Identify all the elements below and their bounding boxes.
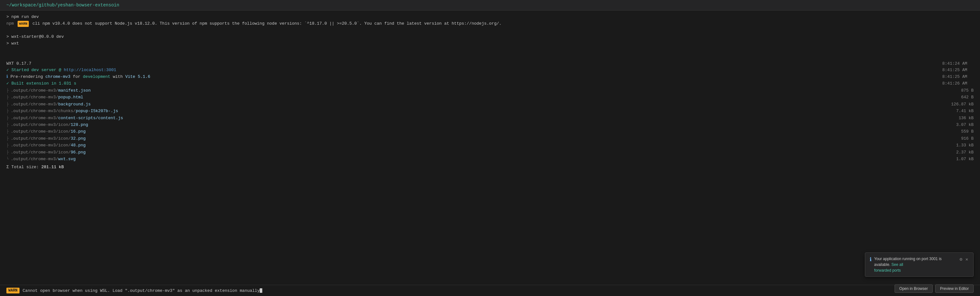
wxt-line: > wxt <box>6 40 974 47</box>
file-item-2: ├ .output/chrome-mv3/popup.html 642 B <box>6 94 974 101</box>
timestamp-1: 8:41:24 AM <box>942 61 967 67</box>
gear-icon[interactable]: ⚙ <box>959 256 963 263</box>
timestamp-2: 8:41:25 AM <box>942 67 967 74</box>
file-item-9: ├ .output/chrome-mv3/icon/48.png 1.33 kB <box>6 142 974 149</box>
dev-server-line: ✓ Started dev server @ http://localhost:… <box>6 67 974 74</box>
file-item-3: ├ .output/chrome-mv3/background.js 126.8… <box>6 101 974 108</box>
command-line-1: > npm run dev <box>6 14 974 21</box>
warn-line-1: npm WARN cli npm v10.4.0 does not suppor… <box>6 21 974 27</box>
open-in-browser-button[interactable]: Open in Browser <box>895 285 933 293</box>
warn-bottom-badge: WARN <box>6 288 19 293</box>
total-size-line: Σ Total size: 281.11 kB <box>6 164 974 171</box>
built-extension-line: ✓ Built extension in 1.031 s 8:41:26 AM <box>6 80 974 87</box>
timestamp-3: 8:41:25 AM <box>942 74 967 80</box>
warn-bottom-message: Cannot open browser when using WSL. Load… <box>23 288 260 293</box>
file-item-1: ├ .output/chrome-mv3/manifest.json 875 B <box>6 87 974 94</box>
terminal-container: ~/workspace/github/yeshan-bowser-extenso… <box>0 0 980 296</box>
file-item-4: ├ .output/chrome-mv3/chunks/popup-I5k207… <box>6 108 974 114</box>
preview-in-editor-button[interactable]: Preview in Editor <box>935 285 974 293</box>
bottom-buttons: Open in Browser Preview in Editor <box>895 285 974 293</box>
notification-main-text: Your application running on port 3001 is… <box>874 257 942 267</box>
file-list: ├ .output/chrome-mv3/manifest.json 875 B… <box>6 87 974 163</box>
timestamp-4: 8:41:26 AM <box>942 80 967 87</box>
prerender-line: ℹ Pre-rendering chrome-mv3 for developme… <box>6 74 974 80</box>
empty-line-1 <box>6 27 974 34</box>
terminal-cursor <box>260 288 262 293</box>
empty-line-3 <box>6 54 974 61</box>
info-icon: ℹ <box>870 256 872 263</box>
close-icon[interactable]: ✕ <box>965 256 969 263</box>
bottom-bar: WARN Cannot open browser when using WSL.… <box>0 285 980 296</box>
workspace-path: ~/workspace/github/yeshan-bowser-extenso… <box>6 3 119 8</box>
file-item-8: ├ .output/chrome-mv3/icon/32.png 916 B <box>6 135 974 142</box>
file-item-10: ├ .output/chrome-mv3/icon/96.png 2.37 kB <box>6 149 974 156</box>
wxt-starter-line: > wxt-starter@0.0.0 dev <box>6 34 974 40</box>
notification-content: Your application running on port 3001 is… <box>874 256 956 273</box>
terminal-header: ~/workspace/github/yeshan-bowser-extenso… <box>0 0 980 11</box>
file-item-5: ├ .output/chrome-mv3/content-scripts/con… <box>6 115 974 122</box>
notification-popup: ℹ Your application running on port 3001 … <box>865 253 974 277</box>
warn-badge-1: WARN <box>18 21 29 27</box>
empty-line-2 <box>6 47 974 54</box>
terminal-body: > npm run dev npm WARN cli npm v10.4.0 d… <box>0 11 980 285</box>
file-item-11: └ .output/chrome-mv3/wxt.svg 1.07 kB <box>6 156 974 162</box>
wxt-version-line: WXT 0.17.7 8:41:24 AM <box>6 61 974 67</box>
file-item-6: ├ .output/chrome-mv3/icon/128.png 3.07 k… <box>6 122 974 128</box>
notification-actions: ⚙ ✕ <box>959 256 969 263</box>
file-item-7: ├ .output/chrome-mv3/icon/16.png 559 B <box>6 128 974 135</box>
